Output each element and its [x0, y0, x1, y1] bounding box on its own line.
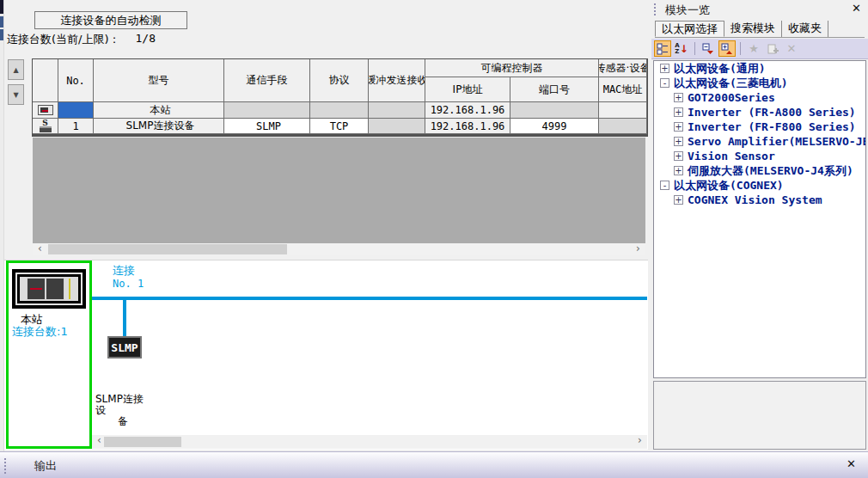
- scrollbar-thumb[interactable]: [104, 437, 181, 447]
- comm-cell[interactable]: SLMP: [224, 119, 310, 134]
- comm-cell[interactable]: [224, 102, 310, 119]
- expand-toggle-icon[interactable]: +: [674, 195, 683, 205]
- panel-toolbar: A Z ↓ ★: [651, 39, 868, 59]
- model-cell[interactable]: 本站: [94, 102, 224, 119]
- mac-cell[interactable]: [599, 102, 647, 119]
- ip-cell[interactable]: 192.168.1.96: [425, 119, 510, 134]
- tree-item-inverter-a800[interactable]: + Inverter (FR-A800 Series): [654, 105, 865, 120]
- up-arrow-icon: ▲: [13, 66, 18, 74]
- buffer-cell[interactable]: [369, 102, 425, 119]
- expand-toggle-icon[interactable]: +: [674, 151, 683, 161]
- category-view-button[interactable]: [654, 40, 671, 57]
- output-label: 输出: [34, 458, 57, 474]
- tree-item-servo-j4[interactable]: + 伺服放大器(MELSERVO-J4系列): [654, 163, 865, 178]
- tree-item-label: Vision Sensor: [688, 150, 775, 162]
- expand-toggle-icon[interactable]: +: [674, 93, 683, 102]
- expand-toggle-icon[interactable]: +: [674, 107, 683, 117]
- expand-toggle-icon[interactable]: +: [674, 122, 683, 132]
- auto-detect-button[interactable]: 连接设备的自动检测: [34, 11, 187, 29]
- protocol-cell[interactable]: TCP: [310, 119, 369, 134]
- tree-item-ethernet-generic[interactable]: + 以太网设备(通用): [654, 61, 865, 76]
- tree-item-cognex-vision[interactable]: + COGNEX Vision System: [654, 193, 865, 207]
- row-icon-cell[interactable]: S: [33, 119, 58, 134]
- tree-item-inverter-f800[interactable]: + Inverter (FR-F800 Series): [654, 120, 865, 134]
- delete-icon: ✕: [787, 42, 797, 55]
- slmp-device-caption: SLMP连接设 备: [95, 394, 150, 427]
- close-icon[interactable]: ✕: [847, 457, 856, 470]
- expand-all-button[interactable]: [718, 40, 736, 57]
- host-station-selection[interactable]: 本站 连接台数:1: [6, 260, 92, 449]
- tab-search-module[interactable]: 搜索模块: [724, 21, 782, 37]
- model-cell[interactable]: SLMP连接设备: [94, 119, 224, 134]
- ethernet-configuration-window: 连接设备的自动检测 连接台数(当前/上限)： 1/8 ▲ ▼ No. 型号 通信…: [0, 0, 868, 478]
- tree-item-ethernet-mitsubishi[interactable]: - 以太网设备(三菱电机): [654, 76, 865, 90]
- drag-grip-icon[interactable]: [3, 457, 7, 474]
- tab-favorites[interactable]: 收藏夹: [782, 21, 828, 37]
- tab-ethernet-selection[interactable]: 以太网选择: [655, 21, 724, 37]
- connection-number-label: No. 1: [113, 278, 144, 290]
- expand-all-icon: [721, 43, 733, 55]
- expand-toggle-icon[interactable]: +: [674, 166, 683, 175]
- sort-arrow-icon: ↓: [680, 44, 688, 54]
- no-cell[interactable]: 1: [58, 119, 94, 134]
- star-icon: ★: [749, 42, 759, 55]
- mac-cell[interactable]: [599, 119, 647, 134]
- port-cell[interactable]: [510, 102, 599, 119]
- slmp-device-node[interactable]: SLMP: [107, 336, 142, 358]
- tree-item-got2000[interactable]: + GOT2000Series: [654, 90, 865, 105]
- expand-toggle-icon[interactable]: -: [660, 78, 669, 88]
- col-header-icon: [33, 59, 58, 102]
- protocol-cell[interactable]: [310, 102, 369, 119]
- collapse-all-icon: [702, 43, 714, 55]
- tree-item-label: Servo Amplifier(MELSERVO-JE: [688, 135, 866, 148]
- col-header-port: 端口号: [510, 77, 599, 102]
- favorite-star-button[interactable]: ★: [745, 40, 762, 57]
- station-connection-count: 连接台数:1: [12, 324, 68, 340]
- tree-item-ethernet-cognex[interactable]: - 以太网设备(COGNEX): [654, 178, 865, 193]
- row-move-up-button[interactable]: ▲: [8, 59, 24, 80]
- plc-station-icon[interactable]: [12, 269, 86, 309]
- toolbar-separator: [694, 42, 695, 55]
- row-icon-cell[interactable]: [33, 102, 58, 119]
- expand-toggle-icon[interactable]: -: [660, 181, 669, 190]
- tree-item-label: COGNEX Vision System: [688, 193, 822, 206]
- connection-label: 连接: [113, 265, 135, 277]
- expand-toggle-icon[interactable]: +: [660, 64, 669, 73]
- tree-item-servo-amplifier[interactable]: + Servo Amplifier(MELSERVO-JE: [654, 134, 865, 149]
- output-bar[interactable]: 输出 ✕: [0, 451, 868, 478]
- tree-item-label: 以太网设备(通用): [674, 61, 766, 77]
- tree-item-vision-sensor[interactable]: + Vision Sensor: [654, 149, 865, 163]
- diagram-hscrollbar[interactable]: ‹ ›: [92, 435, 647, 449]
- panel-titlebar[interactable]: 模块一览 ✕: [651, 0, 868, 19]
- edge-block: [0, 16, 3, 28]
- group-header-plc: 可编程控制器: [425, 59, 599, 77]
- panel-tabs: 以太网选择 搜索模块 收藏夹: [655, 21, 865, 38]
- collapse-all-button[interactable]: [700, 40, 717, 57]
- ip-cell[interactable]: 192.168.1.96: [425, 102, 510, 119]
- tree-item-label: 以太网设备(COGNEX): [674, 178, 784, 193]
- scrollbar-thumb[interactable]: [48, 244, 287, 254]
- scroll-left-icon[interactable]: ‹: [34, 243, 46, 255]
- module-tree: + 以太网设备(通用) - 以太网设备(三菱电机) + GOT2000Serie…: [653, 60, 866, 378]
- scroll-right-icon[interactable]: ›: [633, 243, 644, 255]
- tree-item-label: Inverter (FR-A800 Series): [688, 106, 856, 119]
- delete-favorite-button[interactable]: ✕: [783, 40, 800, 57]
- slmp-device-icon: S: [40, 120, 52, 132]
- selected-cell[interactable]: [58, 102, 94, 119]
- drag-grip-icon[interactable]: [653, 3, 657, 16]
- buffer-cell[interactable]: [369, 119, 425, 134]
- close-icon[interactable]: ✕: [852, 2, 861, 15]
- port-cell[interactable]: 4999: [510, 119, 599, 134]
- row-move-down-button[interactable]: ▼: [8, 84, 24, 105]
- edge-block: [0, 29, 3, 40]
- sort-az-button[interactable]: A Z ↓: [673, 40, 690, 57]
- table-hscrollbar[interactable]: ‹ ›: [33, 243, 645, 255]
- expand-toggle-icon[interactable]: +: [674, 137, 683, 146]
- ethernet-trunk-line: [90, 297, 647, 300]
- edge-block: [0, 0, 3, 14]
- network-diagram-pane[interactable]: 连接 No. 1 SLMP SLMP连接设 备 ‹ › 本站 连接台数:1: [4, 260, 648, 450]
- col-header-buffer: 固定缓冲发送接收设置: [369, 59, 425, 102]
- down-arrow-icon: ▼: [13, 91, 18, 99]
- add-favorite-button[interactable]: [764, 40, 781, 57]
- scroll-right-icon[interactable]: ›: [634, 435, 645, 447]
